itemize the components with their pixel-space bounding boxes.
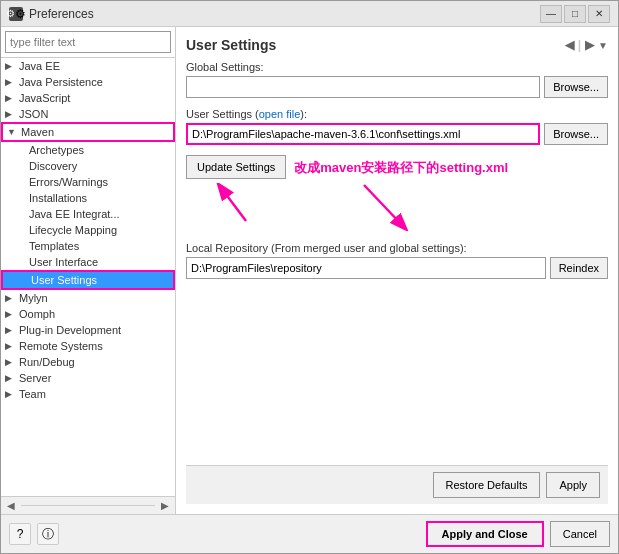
expand-icon: ▶ bbox=[5, 389, 19, 399]
arrow-svg bbox=[216, 183, 256, 223]
title-bar: ⚙ Preferences — □ ✕ bbox=[1, 1, 618, 27]
sidebar-item-label: Maven bbox=[21, 126, 54, 138]
global-browse-button[interactable]: Browse... bbox=[544, 76, 608, 98]
sidebar-item-archetypes[interactable]: Archetypes bbox=[1, 142, 175, 158]
local-repo-row: Reindex bbox=[186, 257, 608, 279]
title-bar-left: ⚙ Preferences bbox=[9, 7, 94, 21]
annotation-container: 改成maven安装路径下的setting.xml bbox=[294, 159, 508, 234]
sidebar-item-user-interface[interactable]: User Interface bbox=[1, 254, 175, 270]
user-settings-label: User Settings (open file): bbox=[186, 108, 608, 120]
section-title-text: User Settings bbox=[186, 37, 276, 53]
sidebar-item-mylyn[interactable]: ▶ Mylyn bbox=[1, 290, 175, 306]
global-settings-label: Global Settings: bbox=[186, 61, 608, 73]
sidebar-item-label: Discovery bbox=[29, 160, 77, 172]
help-icon[interactable]: ? bbox=[9, 523, 31, 545]
right-panel: User Settings ◀ | ▶ ▼ Global Settings: B… bbox=[176, 27, 618, 514]
reindex-button[interactable]: Reindex bbox=[550, 257, 608, 279]
sidebar-item-discovery[interactable]: Discovery bbox=[1, 158, 175, 174]
sidebar-item-label: Server bbox=[19, 372, 51, 384]
local-repo-label: Local Repository (From merged user and g… bbox=[186, 242, 608, 254]
restore-defaults-button[interactable]: Restore Defaults bbox=[433, 472, 541, 498]
sidebar-item-oomph[interactable]: ▶ Oomph bbox=[1, 306, 175, 322]
sidebar-item-team[interactable]: ▶ Team bbox=[1, 386, 175, 402]
open-file-link[interactable]: open file bbox=[259, 108, 301, 120]
sidebar-item-label: Java EE Integrat... bbox=[29, 208, 120, 220]
global-settings-group: Global Settings: Browse... bbox=[186, 61, 608, 98]
footer-right: Apply and Close Cancel bbox=[426, 521, 610, 547]
user-settings-group: User Settings (open file): Browse... bbox=[186, 108, 608, 145]
expand-icon: ▶ bbox=[5, 293, 19, 303]
sidebar-item-lifecycle-mapping[interactable]: Lifecycle Mapping bbox=[1, 222, 175, 238]
sidebar-item-label: Templates bbox=[29, 240, 79, 252]
sidebar-item-java-ee-integration[interactable]: Java EE Integrat... bbox=[1, 206, 175, 222]
expand-icon: ▶ bbox=[5, 309, 19, 319]
apply-close-button[interactable]: Apply and Close bbox=[426, 521, 544, 547]
user-settings-input[interactable] bbox=[186, 123, 540, 145]
user-settings-row: Browse... bbox=[186, 123, 608, 145]
arrow-up bbox=[216, 183, 256, 226]
spacer bbox=[186, 289, 608, 465]
nav-right-button[interactable]: ▶ bbox=[157, 499, 173, 513]
sidebar-item-maven[interactable]: ▼ Maven bbox=[1, 122, 175, 142]
nav-left-button[interactable]: ◀ bbox=[3, 499, 19, 513]
maximize-button[interactable]: □ bbox=[564, 5, 586, 23]
annotation-text: 改成maven安装路径下的setting.xml bbox=[294, 160, 508, 175]
preferences-window: ⚙ Preferences — □ ✕ ▶ Java EE ▶ bbox=[0, 0, 619, 554]
expand-icon: ▶ bbox=[5, 93, 19, 103]
sidebar-item-installations[interactable]: Installations bbox=[1, 190, 175, 206]
user-browse-button[interactable]: Browse... bbox=[544, 123, 608, 145]
global-settings-input[interactable] bbox=[186, 76, 540, 98]
sidebar-item-java-persistence[interactable]: ▶ Java Persistence bbox=[1, 74, 175, 90]
main-content: ▶ Java EE ▶ Java Persistence ▶ JavaScrip… bbox=[1, 27, 618, 514]
separator: | bbox=[578, 38, 581, 52]
sidebar-item-label: Oomph bbox=[19, 308, 55, 320]
back-nav-icon[interactable]: ◀ bbox=[565, 38, 574, 52]
expand-icon: ▶ bbox=[5, 109, 19, 119]
sidebar-item-errors-warnings[interactable]: Errors/Warnings bbox=[1, 174, 175, 190]
sidebar-item-label: User Interface bbox=[29, 256, 98, 268]
bottom-bar: Restore Defaults Apply bbox=[186, 465, 608, 504]
expand-icon: ▶ bbox=[5, 341, 19, 351]
apply-button[interactable]: Apply bbox=[546, 472, 600, 498]
dropdown-nav-icon[interactable]: ▼ bbox=[598, 40, 608, 51]
global-settings-row: Browse... bbox=[186, 76, 608, 98]
svg-line-3 bbox=[364, 185, 402, 225]
sidebar-item-templates[interactable]: Templates bbox=[1, 238, 175, 254]
scroll-track[interactable] bbox=[21, 505, 155, 506]
sidebar-item-server[interactable]: ▶ Server bbox=[1, 370, 175, 386]
sidebar-item-label: Team bbox=[19, 388, 46, 400]
update-settings-area: Update Settings bbox=[186, 155, 608, 234]
minimize-button[interactable]: — bbox=[540, 5, 562, 23]
sidebar-item-run-debug[interactable]: ▶ Run/Debug bbox=[1, 354, 175, 370]
sidebar-item-json[interactable]: ▶ JSON bbox=[1, 106, 175, 122]
info-icon[interactable]: ⓘ bbox=[37, 523, 59, 545]
sidebar-item-label: Mylyn bbox=[19, 292, 48, 304]
search-input[interactable] bbox=[5, 31, 171, 53]
forward-nav-icon[interactable]: ▶ bbox=[585, 38, 594, 52]
section-title-row: User Settings ◀ | ▶ ▼ bbox=[186, 37, 608, 53]
tree-area: ▶ Java EE ▶ Java Persistence ▶ JavaScrip… bbox=[1, 58, 175, 496]
update-settings-button[interactable]: Update Settings bbox=[186, 155, 286, 179]
sidebar-item-label: JavaScript bbox=[19, 92, 70, 104]
sidebar-item-label: Lifecycle Mapping bbox=[29, 224, 117, 236]
sidebar-item-user-settings[interactable]: User Settings bbox=[1, 270, 175, 290]
local-repo-input[interactable] bbox=[186, 257, 546, 279]
svg-line-1 bbox=[222, 189, 246, 221]
sidebar-item-java-ee[interactable]: ▶ Java EE bbox=[1, 58, 175, 74]
window-title: Preferences bbox=[29, 7, 94, 21]
left-panel: ▶ Java EE ▶ Java Persistence ▶ JavaScrip… bbox=[1, 27, 176, 514]
expand-icon: ▶ bbox=[5, 325, 19, 335]
footer-left: ? ⓘ bbox=[9, 523, 59, 545]
expand-icon: ▶ bbox=[5, 61, 19, 71]
preferences-icon: ⚙ bbox=[9, 7, 23, 21]
expand-icon: ▶ bbox=[5, 373, 19, 383]
sidebar-item-plugin-development[interactable]: ▶ Plug-in Development bbox=[1, 322, 175, 338]
local-repo-group: Local Repository (From merged user and g… bbox=[186, 242, 608, 279]
sidebar-item-remote-systems[interactable]: ▶ Remote Systems bbox=[1, 338, 175, 354]
expand-icon: ▶ bbox=[5, 77, 19, 87]
cancel-button[interactable]: Cancel bbox=[550, 521, 610, 547]
close-button[interactable]: ✕ bbox=[588, 5, 610, 23]
sidebar-item-label: Errors/Warnings bbox=[29, 176, 108, 188]
sidebar-item-javascript[interactable]: ▶ JavaScript bbox=[1, 90, 175, 106]
sidebar-item-label: Archetypes bbox=[29, 144, 84, 156]
